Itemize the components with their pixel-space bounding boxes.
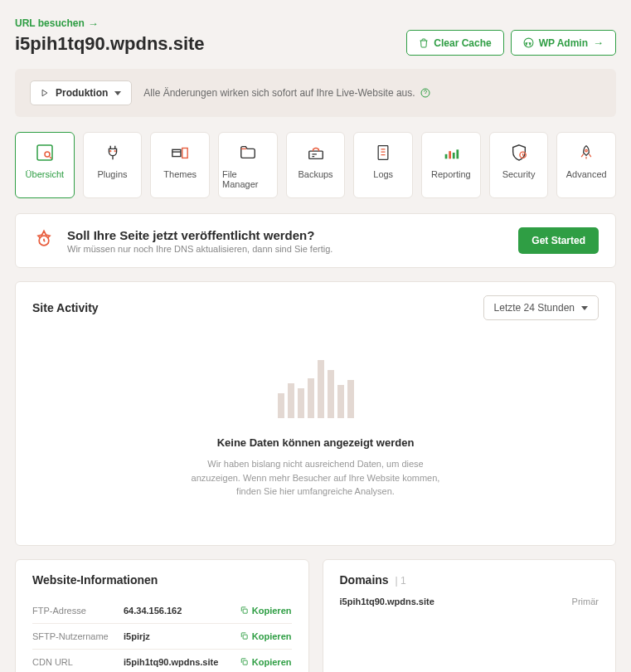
shield-icon (510, 143, 528, 163)
svg-point-16 (585, 149, 588, 152)
website-info-card: Website-Informationen FTP-Adresse64.34.1… (15, 559, 309, 673)
environment-label: Produktion (56, 87, 108, 99)
clear-cache-label: Clear Cache (434, 37, 491, 49)
info-value: i5pih1tq90.wpdns.site (124, 657, 240, 667)
tab-label: File Manager (222, 169, 274, 189)
info-row: CDN URLi5pih1tq90.wpdns.siteKopieren (32, 650, 292, 673)
tab-logs[interactable]: Logs (353, 132, 413, 198)
info-label: FTP-Adresse (32, 606, 124, 616)
publish-subtitle: Wir müssen nur noch Ihre DNS aktualisier… (67, 244, 332, 254)
tab-advanced[interactable]: Advanced (556, 132, 616, 198)
chevron-down-icon (114, 91, 121, 95)
publish-card: Soll Ihre Seite jetzt veröffentlicht wer… (15, 213, 616, 268)
info-title: Website-Informationen (32, 573, 292, 587)
tab-label: Reporting (431, 169, 471, 179)
backup-icon (305, 143, 327, 163)
info-row: FTP-Adresse64.34.156.162Kopieren (32, 598, 292, 624)
empty-state-text: Wir haben bislang nicht ausreichend Date… (183, 457, 449, 499)
domains-title: Domains (340, 573, 389, 587)
chart-icon (441, 143, 461, 163)
tab-plugins[interactable]: Plugins (83, 132, 143, 198)
time-range-select[interactable]: Letzte 24 Stunden (483, 295, 599, 320)
get-started-button[interactable]: Get Started (518, 227, 599, 254)
clock-badge-icon (32, 229, 56, 252)
tab-backups[interactable]: Backups (286, 132, 346, 198)
environment-select[interactable]: Produktion (30, 80, 132, 105)
info-label: CDN URL (32, 657, 124, 667)
tab-bar: Übersicht Plugins Themes File Manager Ba… (15, 132, 616, 198)
info-row: SFTP-Nutzernamei5pirjzKopieren (32, 624, 292, 650)
tab-overview[interactable]: Übersicht (15, 132, 75, 198)
svg-rect-13 (453, 153, 455, 158)
tab-label: Themes (163, 169, 197, 179)
svg-rect-8 (182, 149, 187, 158)
trash-icon (419, 38, 429, 48)
clear-cache-button[interactable]: Clear Cache (406, 30, 503, 56)
domain-name: i5pih1tq90.wpdns.site (340, 597, 434, 606)
tab-label: Advanced (566, 169, 607, 179)
svg-rect-12 (449, 151, 451, 158)
chevron-down-icon (581, 306, 588, 310)
tab-label: Security (502, 169, 536, 179)
svg-marker-1 (42, 90, 47, 96)
svg-point-5 (109, 151, 110, 152)
info-value: i5pirjz (124, 631, 240, 641)
empty-state-title: Keine Daten können angezeigt werden (217, 436, 415, 449)
svg-rect-10 (378, 146, 388, 160)
svg-rect-20 (243, 660, 247, 665)
svg-rect-9 (308, 151, 323, 158)
empty-chart-icon (278, 360, 354, 418)
themes-icon (169, 143, 191, 163)
site-title: i5pih1tq90.wpdns.site (15, 33, 205, 55)
copy-button[interactable]: Kopieren (240, 606, 292, 616)
tab-label: Übersicht (26, 169, 64, 179)
tab-label: Backups (298, 169, 332, 179)
wp-admin-label: WP Admin (539, 37, 588, 49)
time-range-label: Letzte 24 Stunden (494, 302, 575, 314)
overview-icon (34, 143, 56, 163)
svg-point-6 (114, 151, 115, 152)
plugins-icon (104, 143, 122, 163)
svg-point-4 (45, 152, 50, 157)
info-icon[interactable] (420, 88, 430, 98)
wp-admin-button[interactable]: WP Admin → (511, 30, 616, 56)
domains-count: | 1 (396, 575, 406, 587)
notice-text: Alle Änderungen wirken sich sofort auf I… (143, 87, 415, 99)
svg-rect-11 (445, 154, 448, 159)
tab-security[interactable]: Security (489, 132, 549, 198)
copy-button[interactable]: Kopieren (240, 631, 292, 641)
tab-reporting[interactable]: Reporting (421, 132, 481, 198)
logs-icon (375, 143, 391, 163)
arrow-right-icon: → (88, 17, 99, 30)
site-activity-card: Site Activity Letzte 24 Stunden Keine Da… (15, 281, 616, 546)
domain-row: i5pih1tq90.wpdns.sitePrimär (340, 587, 599, 616)
play-icon (41, 89, 49, 97)
svg-rect-18 (243, 609, 247, 613)
folder-icon (238, 143, 258, 163)
svg-rect-14 (456, 149, 459, 158)
svg-rect-7 (172, 149, 181, 156)
copy-button[interactable]: Kopieren (240, 657, 292, 667)
tab-label: Plugins (97, 169, 127, 179)
arrow-right-icon: → (593, 37, 604, 49)
tab-label: Logs (373, 169, 393, 179)
svg-rect-19 (243, 635, 247, 639)
domain-tag: Primär (572, 597, 599, 606)
visit-url-link[interactable]: URL besuchen→ (15, 17, 99, 30)
tab-file-manager[interactable]: File Manager (218, 132, 278, 198)
activity-title: Site Activity (32, 301, 99, 314)
domains-card: Domains | 1 i5pih1tq90.wpdns.sitePrimär (323, 559, 617, 673)
tab-themes[interactable]: Themes (150, 132, 210, 198)
rocket-icon (578, 143, 595, 163)
visit-url-text: URL besuchen (15, 17, 85, 29)
environment-notice: Produktion Alle Änderungen wirken sich s… (15, 69, 616, 117)
info-label: SFTP-Nutzername (32, 631, 124, 641)
wordpress-icon (523, 37, 534, 48)
info-value: 64.34.156.162 (124, 606, 240, 616)
publish-title: Soll Ihre Seite jetzt veröffentlicht wer… (67, 228, 332, 242)
